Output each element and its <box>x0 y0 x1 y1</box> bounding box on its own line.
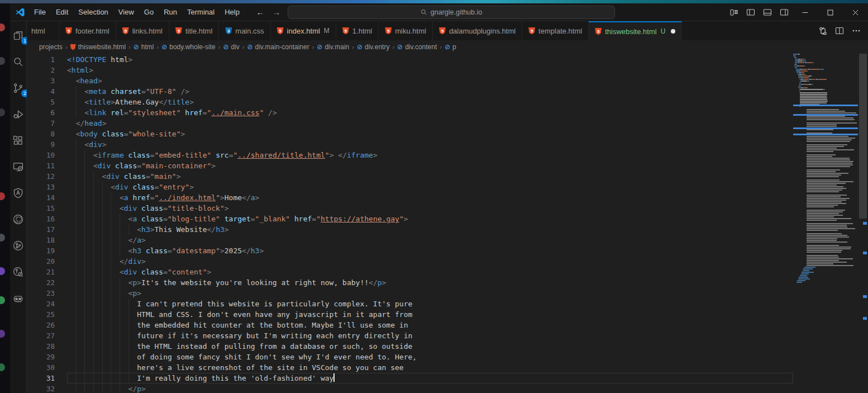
menu-run[interactable]: Run <box>159 6 182 18</box>
code-token: > <box>141 236 146 244</box>
toggle-primary-sidebar-icon[interactable] <box>742 5 759 20</box>
breadcrumb-item-projects[interactable]: projects <box>39 43 63 51</box>
git-graph-icon[interactable] <box>11 238 26 253</box>
navigate-back-icon[interactable]: ← <box>254 7 266 18</box>
tab-index.html[interactable]: 5index.htmlM <box>271 21 336 40</box>
minimap-space <box>793 198 807 199</box>
navigate-forward-icon[interactable]: → <box>270 7 283 18</box>
indent-guide <box>84 224 85 235</box>
breadcrumb-item-div[interactable]: ⊘div <box>223 43 239 51</box>
code-token: class <box>124 151 150 159</box>
tab-template.html[interactable]: 5template.html <box>522 21 589 40</box>
tab-main.css[interactable]: 3main.css <box>219 21 270 40</box>
code-line: 30 here's a live screenshot of the site … <box>27 362 793 373</box>
code-token: "entry" <box>159 183 189 191</box>
minimap-space <box>793 164 807 165</box>
toggle-secondary-sidebar-icon[interactable] <box>776 5 793 20</box>
menu-help[interactable]: Help <box>220 6 245 18</box>
tab-title.html[interactable]: 5title.html <box>169 21 219 40</box>
background-app-icon <box>0 57 5 65</box>
customize-layout-icon[interactable] <box>726 5 742 20</box>
godot-tools-icon[interactable] <box>11 291 26 305</box>
breadcrumb-separator-icon: › <box>156 44 159 50</box>
explorer-icon[interactable]: 1 <box>11 28 26 42</box>
indent-guide <box>111 330 111 341</box>
minimap-space <box>793 91 799 92</box>
symbol-element-icon: ⊘ <box>445 44 450 50</box>
command-center-search[interactable]: gnargle.github.io <box>288 6 615 19</box>
more-actions-icon[interactable] <box>849 24 864 37</box>
shield-a-extension-icon[interactable] <box>11 186 26 200</box>
remote-explorer-icon[interactable] <box>11 159 26 174</box>
minimap-space <box>793 238 807 239</box>
tab-miku.html[interactable]: 5miku.html <box>379 21 433 40</box>
menu-go[interactable]: Go <box>139 6 159 18</box>
minimap[interactable] <box>793 54 858 393</box>
close-button[interactable] <box>843 3 868 21</box>
code-editor[interactable]: 1<!DOCTYPE html>2<html>3 <head>4 <meta c… <box>27 54 868 393</box>
breadcrumb-item-div-entry[interactable]: ⊘div.entry <box>357 43 390 51</box>
line-number: 23 <box>27 288 55 299</box>
menu-edit[interactable]: Edit <box>51 6 73 18</box>
run-debug-icon[interactable] <box>11 107 26 121</box>
minimap-space <box>793 191 807 192</box>
tab-1.html[interactable]: 51.html <box>336 21 379 40</box>
code-token: 2025 <box>225 247 242 255</box>
code-token: = <box>168 247 172 255</box>
minimap-mark <box>807 156 832 157</box>
breadcrumb-item-thiswebsite-html[interactable]: thiswebsite.html <box>70 43 126 51</box>
line-number: 1 <box>27 54 55 65</box>
vertical-scrollbar[interactable] <box>858 54 868 393</box>
tab-links.html[interactable]: 5links.html <box>116 21 169 40</box>
minimap-mark <box>807 164 853 165</box>
tab-dalamudplugins.html[interactable]: 5dalamudplugins.html <box>433 21 522 40</box>
toggle-panel-icon[interactable] <box>759 5 776 20</box>
maximize-button[interactable] <box>818 3 843 21</box>
extensions-icon[interactable] <box>11 133 26 148</box>
code-token: title <box>168 98 189 106</box>
background-app-icon <box>0 330 5 338</box>
overview-ruler-mark <box>863 252 867 254</box>
minimap-space <box>793 87 798 88</box>
menu-terminal[interactable]: Terminal <box>182 6 220 18</box>
code-token: > <box>181 130 185 138</box>
menu-view[interactable]: View <box>113 6 139 18</box>
html-file-icon: 5 <box>65 27 72 35</box>
search-view-icon[interactable] <box>11 54 26 69</box>
code-token: " <box>399 215 404 223</box>
github-icon[interactable] <box>11 212 26 226</box>
breadcrumb-item-p[interactable]: ⊘p <box>445 43 456 51</box>
source-control-icon[interactable]: 2 <box>11 81 26 95</box>
minimap-space <box>793 220 807 221</box>
breadcrumb-item-body-whole-site[interactable]: ⊘body.whole-site <box>161 43 216 51</box>
indent-guide <box>76 309 77 320</box>
breadcrumb-item-div-main-container[interactable]: ⊘div.main-container <box>247 43 309 51</box>
indent-guide <box>128 309 129 320</box>
minimap-space <box>793 156 807 157</box>
breadcrumb-item-div-content[interactable]: ⊘div.content <box>397 43 437 51</box>
code-line: 13 <div class="entry"> <box>27 182 793 192</box>
menu-selection[interactable]: Selection <box>73 6 113 18</box>
dirty-indicator-icon[interactable] <box>671 29 675 34</box>
code-line-text: </head> <box>55 118 106 129</box>
line-number: 4 <box>27 86 55 97</box>
minimap-mark <box>824 89 825 90</box>
code-token: "blog-title" <box>168 215 220 223</box>
indent-guide <box>84 267 85 277</box>
gitlens-icon[interactable] <box>11 264 26 279</box>
open-changes-icon[interactable] <box>815 24 830 37</box>
code-token: head <box>84 119 102 127</box>
code-line-text: I'm really doing this the 'old-fashioned… <box>55 373 335 383</box>
split-editor-icon[interactable] <box>832 24 847 37</box>
breadcrumb-item-div-main[interactable]: ⊘div.main <box>317 43 349 51</box>
tab-html[interactable]: html <box>27 21 59 40</box>
tab-footer.html[interactable]: 5footer.html <box>59 21 116 40</box>
scrollbar-slider[interactable] <box>859 54 867 219</box>
breadcrumb-item-html[interactable]: ⊘html <box>133 43 154 51</box>
minimap-mark <box>807 220 837 221</box>
minimap-space <box>793 280 797 281</box>
menu-file[interactable]: File <box>29 6 51 18</box>
minimize-button[interactable] <box>793 3 818 21</box>
tab-thiswebsite.html[interactable]: 5thiswebsite.htmlU <box>589 21 682 40</box>
minimap-space <box>793 136 807 137</box>
